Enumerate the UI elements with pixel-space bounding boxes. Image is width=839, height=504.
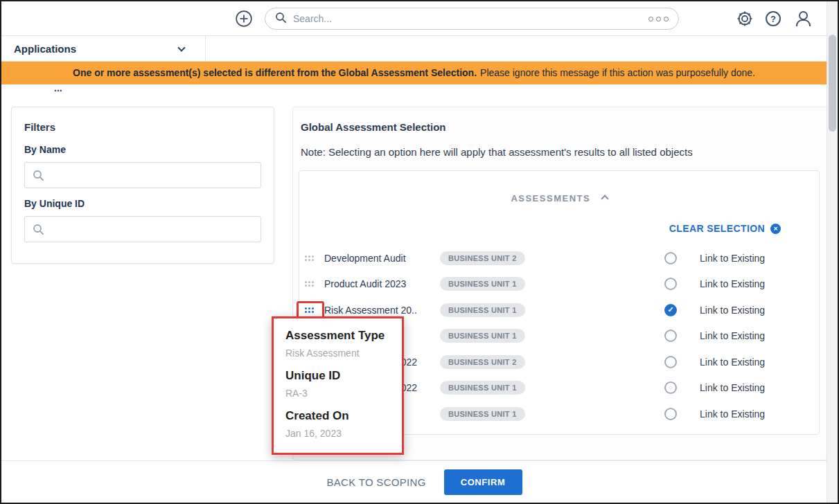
business-unit-badge: BUSINESS UNIT 2 (440, 355, 525, 369)
clear-selection-button[interactable]: CLEAR SELECTION (669, 223, 781, 234)
applications-label: Applications (14, 43, 76, 55)
warning-banner: One or more assessment(s) selected is di… (1, 62, 827, 84)
assessment-details-tooltip: Assessment Type Risk Assessment Unique I… (272, 316, 404, 455)
drag-handle-icon[interactable] (305, 281, 316, 287)
business-unit-badge: BUSINESS UNIT 1 (440, 303, 525, 317)
chevron-down-icon (177, 44, 185, 51)
filter-by-unique-id-input[interactable] (24, 216, 261, 242)
search-icon (275, 12, 286, 26)
user-profile-icon[interactable] (795, 11, 811, 28)
clear-selection-icon (770, 224, 781, 234)
assessment-row: Product Audit 2023 BUSINESS UNIT 1 Link … (299, 271, 819, 298)
tooltip-field-label: Created On (285, 409, 390, 423)
link-to-existing-radio[interactable] (664, 278, 677, 290)
link-to-existing-label: Link to Existing (700, 253, 776, 264)
more-options-icon[interactable] (648, 17, 669, 21)
confirm-button[interactable]: CONFIRM (444, 469, 522, 495)
link-to-existing-label: Link to Existing (700, 330, 776, 341)
business-unit-badge: BUSINESS UNIT 2 (440, 251, 525, 265)
business-unit-badge: BUSINESS UNIT 1 (440, 407, 525, 421)
assessment-name: Development Audit (324, 253, 417, 264)
assessment-name: Product Audit 2023 (324, 278, 417, 289)
back-to-scoping-button[interactable]: BACK TO SCOPING (326, 476, 425, 488)
link-to-existing-radio[interactable] (664, 356, 677, 368)
filter-by-name-input[interactable] (24, 162, 261, 188)
business-unit-badge: BUSINESS UNIT 1 (440, 381, 525, 395)
global-search[interactable] (265, 8, 679, 30)
applications-dropdown[interactable]: Applications (1, 36, 206, 62)
by-unique-id-label: By Unique ID (24, 198, 261, 209)
chevron-up-icon (601, 195, 608, 202)
tooltip-field-value: RA-3 (285, 388, 390, 399)
truncated-text: ... (54, 82, 62, 93)
business-unit-badge: BUSINESS UNIT 1 (440, 277, 525, 291)
footer-bar: BACK TO SCOPING CONFIRM (1, 460, 827, 503)
link-to-existing-label: Link to Existing (700, 357, 776, 368)
link-to-existing-label: Link to Existing (700, 278, 776, 289)
search-input[interactable] (293, 13, 642, 24)
filters-title: Filters (24, 121, 261, 133)
clear-selection-label: CLEAR SELECTION (669, 223, 765, 234)
applications-bar: Applications (1, 36, 827, 62)
add-icon[interactable] (235, 10, 253, 28)
tooltip-field-value: Risk Assessment (285, 348, 390, 359)
tooltip-field-value: Jan 16, 2023 (285, 428, 390, 439)
panel-title: Global Assessment Selection (301, 121, 446, 133)
link-to-existing-radio[interactable] (664, 330, 677, 342)
tooltip-field-label: Unique ID (285, 369, 390, 383)
assessment-name: Risk Assessment 20... (324, 305, 417, 316)
link-to-existing-label: Link to Existing (700, 408, 776, 420)
help-icon[interactable] (766, 11, 782, 28)
search-icon (33, 224, 44, 235)
banner-text: Please ignore this message if this actio… (480, 67, 755, 78)
scrollbar-thumb[interactable] (829, 35, 836, 132)
scrollbar[interactable] (827, 1, 838, 503)
app-window: Applications One or more assessment(s) s… (0, 0, 839, 504)
search-icon (33, 170, 44, 181)
assessments-header-label: ASSESSMENTS (511, 193, 590, 204)
drag-handle-icon[interactable] (305, 255, 316, 261)
business-unit-badge: BUSINESS UNIT 1 (440, 329, 525, 343)
link-to-existing-radio-selected[interactable] (664, 304, 677, 316)
top-bar (1, 1, 827, 36)
link-to-existing-label: Link to Existing (700, 382, 776, 393)
link-to-existing-radio[interactable] (664, 252, 677, 264)
panel-note: Note: Selecting an option here will appl… (301, 146, 693, 158)
banner-bold-text: One or more assessment(s) selected is di… (73, 67, 477, 78)
tooltip-field-label: Assessment Type (285, 329, 390, 343)
link-to-existing-radio[interactable] (664, 381, 677, 394)
link-to-existing-radio[interactable] (664, 408, 677, 420)
settings-gear-icon[interactable] (736, 10, 753, 27)
assessment-row: Development Audit BUSINESS UNIT 2 Link t… (299, 245, 819, 271)
by-name-label: By Name (24, 144, 261, 155)
assessments-collapse-header[interactable]: ASSESSMENTS (299, 192, 819, 204)
filters-panel: Filters By Name By Unique ID (11, 107, 274, 264)
link-to-existing-label: Link to Existing (700, 305, 776, 316)
